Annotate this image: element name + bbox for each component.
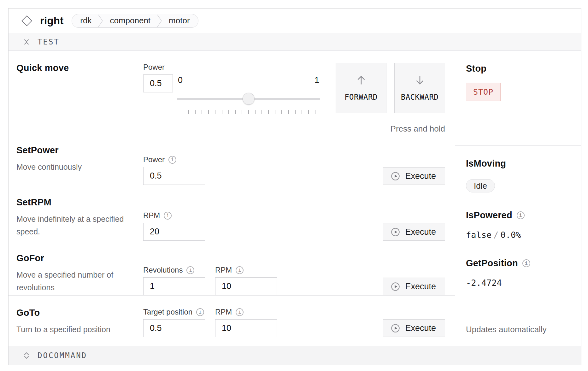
status-sidebar: Stop STOP IsMoving Idle IsPowered i fals…: [455, 51, 581, 346]
slider-tick: [208, 110, 209, 114]
slider-tick: [195, 110, 196, 114]
press-and-hold-hint: Press and hold: [336, 124, 445, 134]
play-circle-icon: [391, 172, 400, 181]
slider-tick: [268, 110, 269, 114]
breadcrumb: rdk component motor: [72, 14, 198, 28]
gofor-heading: GoFor: [16, 253, 136, 263]
quick-move-row: Quick move Power 0 1: [9, 51, 455, 133]
setpower-heading: SetPower: [16, 145, 136, 156]
info-icon[interactable]: i: [517, 211, 525, 219]
slider-tick: [215, 110, 215, 114]
chevron-right-icon: [98, 14, 103, 27]
rpm-label: RPM: [215, 266, 232, 274]
info-icon[interactable]: i: [168, 156, 176, 164]
play-circle-icon: [391, 227, 400, 237]
info-icon[interactable]: i: [186, 266, 194, 274]
panel-header: right rdk component motor: [9, 9, 581, 33]
forward-button[interactable]: FORWARD: [336, 63, 386, 113]
component-title: right: [40, 15, 63, 27]
goto-target-position-input[interactable]: [143, 319, 205, 337]
breadcrumb-item-motor[interactable]: motor: [162, 14, 198, 27]
info-icon[interactable]: i: [236, 266, 244, 274]
slider-tick: [235, 110, 236, 114]
breadcrumb-item-component[interactable]: component: [103, 14, 157, 27]
power-slider: 0 1: [177, 75, 320, 114]
slider-tick: [308, 110, 309, 114]
updates-automatically-note: Updates automatically: [466, 325, 572, 334]
info-icon[interactable]: i: [196, 308, 204, 316]
power-label: Power: [143, 63, 165, 72]
setrpm-execute-button[interactable]: Execute: [383, 223, 445, 241]
goto-execute-button[interactable]: Execute: [383, 319, 445, 337]
quick-move-power-input[interactable]: [143, 74, 173, 92]
arrow-up-icon: [356, 74, 367, 86]
goto-rpm-input[interactable]: [215, 319, 277, 337]
ispowered-value: false/0.0%: [466, 230, 572, 240]
gofor-revolutions-input[interactable]: [143, 277, 205, 295]
slider-min-label: 0: [178, 75, 183, 85]
status-section: IsMoving Idle IsPowered i false/0.0% Get…: [455, 146, 581, 346]
component-diamond-icon: [21, 15, 32, 26]
ispowered-heading: IsPowered: [466, 210, 512, 221]
slider-tick: [295, 110, 296, 114]
execute-button-label: Execute: [405, 227, 436, 237]
slider-track[interactable]: [177, 93, 320, 105]
target-position-label: Target position: [143, 308, 192, 316]
goto-row: GoTo Turn to a specified position Target…: [9, 296, 455, 346]
arrow-down-icon: [414, 74, 426, 86]
docommand-section-header[interactable]: DOCOMMAND: [9, 346, 581, 365]
collapse-icon[interactable]: [23, 38, 30, 46]
slider-tick: [242, 110, 242, 114]
test-section-header[interactable]: TEST: [9, 33, 581, 51]
gofor-execute-button[interactable]: Execute: [383, 278, 445, 295]
slider-tick: [315, 110, 315, 114]
revolutions-label: Revolutions: [143, 266, 183, 274]
setrpm-row: SetRPM Move indefinitely at a specified …: [9, 185, 455, 241]
slider-tick: [222, 110, 222, 114]
play-circle-icon: [391, 282, 400, 291]
stop-button[interactable]: STOP: [466, 83, 501, 101]
slider-tick: [188, 110, 189, 114]
backward-button[interactable]: BACKWARD: [394, 63, 445, 113]
test-section-label: TEST: [38, 38, 60, 46]
goto-heading: GoTo: [16, 308, 136, 318]
setpower-power-input[interactable]: [143, 167, 205, 185]
play-circle-icon: [391, 324, 400, 333]
slider-tick: [248, 110, 249, 114]
goto-description: Turn to a specified position: [16, 323, 136, 336]
slider-max-label: 1: [315, 75, 319, 85]
gofor-rpm-input[interactable]: [215, 277, 277, 295]
info-icon[interactable]: i: [164, 212, 172, 220]
gofor-description: Move a specified number of revolutions: [16, 268, 136, 294]
slider-thumb[interactable]: [243, 93, 255, 105]
slider-ticks: [177, 110, 320, 114]
getposition-value: -2.4724: [466, 278, 572, 288]
rpm-label: RPM: [215, 308, 232, 316]
setrpm-description: Move indefinitely at a specified speed.: [16, 213, 136, 238]
setrpm-rpm-input[interactable]: [143, 223, 205, 241]
slider-tick: [255, 110, 256, 114]
info-icon[interactable]: i: [522, 259, 530, 267]
getposition-heading: GetPosition: [466, 258, 518, 268]
slider-tick: [281, 110, 282, 114]
execute-button-label: Execute: [405, 282, 436, 292]
quick-move-heading: Quick move: [16, 63, 136, 73]
chevron-right-icon: [157, 14, 162, 27]
expand-icon[interactable]: [23, 352, 30, 359]
slider-tick: [228, 110, 229, 114]
stop-section: Stop STOP: [455, 51, 581, 146]
ismoving-status-badge: Idle: [466, 179, 495, 192]
docommand-section-label: DOCOMMAND: [38, 351, 87, 360]
slider-tick: [182, 110, 182, 114]
ismoving-heading: IsMoving: [466, 158, 572, 169]
info-icon[interactable]: i: [236, 308, 244, 316]
slider-tick: [262, 110, 262, 114]
rpm-label: RPM: [143, 211, 160, 220]
power-label: Power: [143, 155, 165, 164]
slider-tick: [275, 110, 275, 114]
forward-button-label: FORWARD: [344, 93, 378, 102]
breadcrumb-item-rdk[interactable]: rdk: [72, 14, 98, 27]
setpower-execute-button[interactable]: Execute: [383, 167, 445, 185]
setrpm-heading: SetRPM: [16, 197, 136, 208]
backward-button-label: BACKWARD: [401, 93, 439, 102]
